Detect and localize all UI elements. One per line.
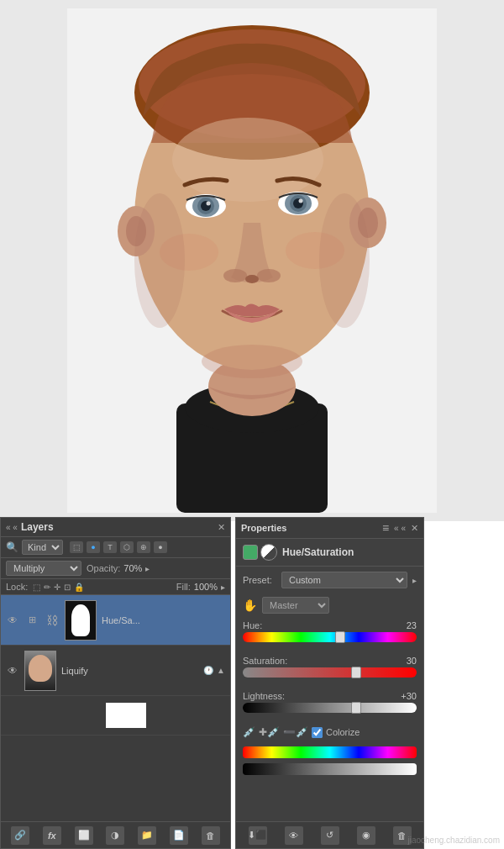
- layers-close-icon[interactable]: ✕: [218, 522, 225, 533]
- add-sample-icon[interactable]: ✚💉: [259, 726, 280, 738]
- lightness-value: +30: [401, 691, 417, 701]
- preset-label: Preset:: [243, 575, 276, 585]
- hue-slider-track[interactable]: [243, 632, 417, 642]
- saturation-slider-thumb[interactable]: [351, 667, 361, 678]
- hand-tool-icon[interactable]: ✋: [243, 599, 257, 612]
- layer-name-liquify: Liquify: [61, 666, 198, 676]
- white-rect-row: [1, 696, 230, 736]
- hue-value: 23: [407, 620, 417, 630]
- svg-point-27: [202, 345, 302, 378]
- lightness-label: Lightness:: [243, 691, 285, 701]
- hue-sat-title-row: Hue/Saturation: [236, 539, 423, 567]
- svg-point-23: [257, 269, 281, 282]
- saturation-label: Saturation:: [243, 656, 287, 666]
- add-adjustment-button[interactable]: ◑: [106, 826, 124, 845]
- kind-dropdown[interactable]: Kind: [22, 540, 63, 555]
- svg-point-29: [319, 193, 370, 328]
- hue-sat-label: Hue/Saturation: [282, 546, 354, 558]
- lock-move-icon[interactable]: ✛: [54, 583, 60, 592]
- hue-slider-section: Hue: 23: [236, 617, 423, 652]
- preset-dropdown[interactable]: Custom: [281, 572, 407, 588]
- channel-row: ✋ Master: [236, 593, 423, 617]
- filter-dot-icon[interactable]: ●: [154, 541, 167, 553]
- subtract-sample-icon[interactable]: ➖💉: [283, 726, 308, 738]
- add-mask-button[interactable]: ⬜: [75, 826, 93, 845]
- colorize-checkbox[interactable]: [312, 727, 323, 738]
- clip-to-layer-button[interactable]: ⬇⬛: [249, 826, 267, 845]
- svg-point-28: [134, 193, 185, 328]
- filter-smart-icon[interactable]: ⊕: [137, 541, 150, 553]
- layers-title: Layers: [21, 521, 54, 533]
- layer-thumbnail-liquify: [24, 651, 56, 691]
- lightness-gray-bar: [243, 763, 417, 775]
- properties-bottom-toolbar: ⬇⬛ 👁 ↺ ◉ 🗑: [236, 821, 423, 848]
- layer-row-liquify[interactable]: 👁 Liquify 🕐 ▲: [1, 646, 230, 696]
- reset-button[interactable]: ↺: [321, 826, 339, 845]
- lock-paint-icon[interactable]: ✏: [44, 583, 50, 592]
- delete-layer-button[interactable]: 🗑: [202, 826, 220, 845]
- new-group-button[interactable]: 📁: [138, 826, 156, 845]
- preset-row: Preset: Custom ▸: [236, 567, 423, 593]
- search-icon: 🔍: [6, 541, 18, 553]
- saturation-slider-track[interactable]: [243, 667, 417, 678]
- filter-shape-icon[interactable]: ⬡: [120, 541, 134, 553]
- new-layer-button[interactable]: 📄: [170, 826, 188, 845]
- layer-clock-icon: 🕐: [203, 666, 213, 675]
- toggle-button[interactable]: ◉: [357, 826, 375, 845]
- fx-button[interactable]: fx: [43, 826, 61, 845]
- colorize-row: 💉 ✚💉 ➖💉 Colorize: [236, 723, 423, 741]
- preset-expand-icon[interactable]: ▸: [412, 576, 417, 585]
- filter-adjust-icon[interactable]: ●: [87, 541, 100, 553]
- hue-slider-thumb[interactable]: [335, 631, 345, 643]
- lightness-slider-track[interactable]: [243, 703, 417, 713]
- fill-label: Fill:: [176, 582, 191, 592]
- layer-up-icon: ▲: [217, 666, 225, 675]
- lock-pixels-icon[interactable]: ⬚: [33, 583, 40, 592]
- layer-type-icon-hue-sat: ⊞: [29, 614, 36, 625]
- lock-artboard-icon[interactable]: ⊡: [64, 583, 71, 592]
- white-rectangle: [106, 703, 146, 728]
- lock-fill-row: Lock: ⬚ ✏ ✛ ⊡ 🔒 Fill: 100% ▸: [1, 579, 230, 595]
- saturation-value: 30: [407, 656, 417, 666]
- hue-sat-icon: [260, 544, 277, 561]
- chain-icon-hue-sat: ⛓: [46, 614, 58, 627]
- svg-point-16: [207, 202, 211, 206]
- properties-close-icon[interactable]: ✕: [411, 523, 418, 534]
- blend-opacity-row: Multiply Opacity: 70% ▸: [1, 558, 230, 579]
- fill-expand-icon[interactable]: ▸: [221, 583, 225, 592]
- color-sample-icons: 💉 ✚💉 ➖💉: [243, 726, 308, 738]
- layers-panel-header: « « Layers ✕: [1, 518, 230, 537]
- channel-dropdown[interactable]: Master: [262, 597, 329, 614]
- svg-point-22: [223, 269, 247, 282]
- prop-icon-left: [243, 545, 258, 560]
- properties-menu-icon[interactable]: ≡: [382, 521, 389, 535]
- layers-bottom-toolbar: 🔗 fx ⬜ ◑ 📁 📄 🗑: [1, 821, 230, 848]
- hue-rainbow-bar: [243, 746, 417, 758]
- filter-pixel-icon[interactable]: ⬚: [70, 541, 83, 553]
- lightness-slider-thumb[interactable]: [351, 702, 361, 714]
- opacity-value: 70%: [123, 563, 142, 573]
- portrait-image: [67, 8, 437, 513]
- blend-mode-dropdown[interactable]: Multiply: [6, 561, 81, 576]
- link-layers-button[interactable]: 🔗: [11, 826, 29, 845]
- layers-panel: « « Layers ✕ 🔍 Kind ⬚ ● T ⬡ ⊕ ● Multiply…: [0, 517, 231, 849]
- layers-collapse-icon[interactable]: « «: [6, 523, 18, 532]
- saturation-slider-section: Saturation: 30: [236, 652, 423, 688]
- svg-point-24: [245, 275, 259, 283]
- properties-collapse-icon[interactable]: « «: [394, 524, 406, 533]
- layer-visibility-hue-sat[interactable]: 👁: [6, 614, 19, 627]
- svg-point-21: [299, 199, 303, 203]
- filter-text-icon[interactable]: T: [103, 541, 117, 553]
- svg-point-11: [172, 118, 323, 202]
- layer-row-hue-sat[interactable]: 👁 ⊞ ⛓ Hue/Sa...: [1, 595, 230, 646]
- properties-title: Properties: [241, 523, 286, 533]
- photo-canvas: [0, 0, 504, 521]
- layer-visibility-button[interactable]: 👁: [285, 826, 303, 845]
- fill-value: 100%: [194, 582, 218, 592]
- watermark: jiaocheng.chazidian.com: [407, 836, 500, 845]
- lock-all-icon[interactable]: 🔒: [74, 583, 84, 592]
- eyedropper-icon[interactable]: 💉: [243, 726, 255, 738]
- layer-visibility-liquify[interactable]: 👁: [6, 664, 19, 678]
- properties-panel-header: Properties ≡ « « ✕: [236, 518, 423, 539]
- opacity-expand-icon[interactable]: ▸: [145, 564, 150, 573]
